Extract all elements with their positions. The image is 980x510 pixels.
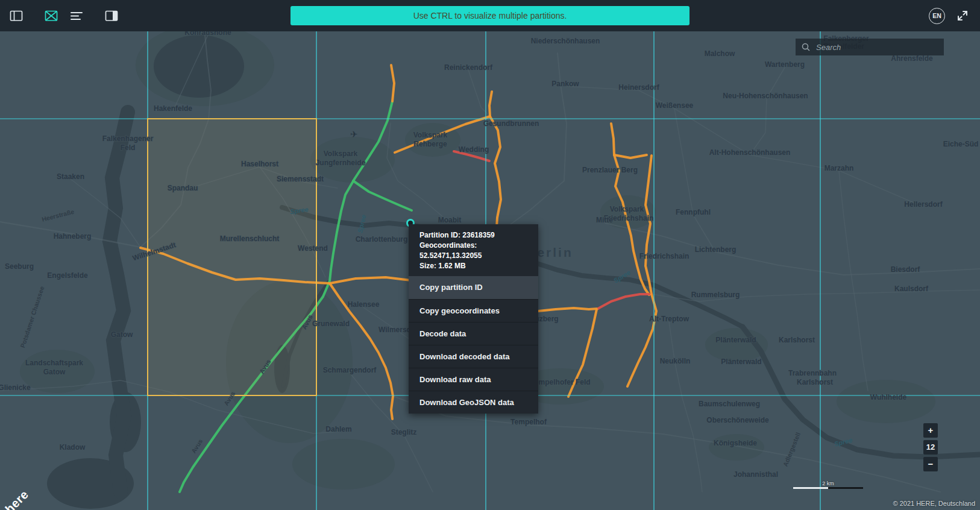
map-label: Pankow: [551, 80, 579, 88]
map-label: Landschaftspark: [25, 359, 83, 367]
scale-bar: 2 km: [793, 480, 863, 489]
map-label: Marzahn: [825, 164, 854, 172]
traffic-road: [645, 156, 652, 294]
menu-item[interactable]: Decode data: [409, 322, 538, 345]
traffic-road: [391, 65, 394, 101]
traffic-road: [627, 294, 656, 386]
map-label: Wuhlheide: [870, 393, 907, 401]
map-label: Tempelhofer Feld: [530, 378, 590, 386]
map-label: Dahlem: [325, 425, 351, 433]
park-area: [709, 434, 764, 461]
map-label: Prenzlauer Berg: [582, 166, 638, 174]
traffic-road: [598, 294, 652, 309]
map-label: Gatow: [43, 368, 66, 376]
menu-item[interactable]: Copy geocoordinates: [409, 299, 538, 322]
map-label: Volkspark: [324, 150, 358, 158]
menu-item[interactable]: Download decoded data: [409, 345, 538, 368]
map-label: Hellersdorf: [904, 200, 943, 209]
map-label: Neukölln: [660, 357, 691, 365]
partitions-icon: [45, 10, 58, 22]
street-line: [750, 68, 785, 155]
scale-label: 2 km: [822, 480, 834, 486]
fullscreen-button[interactable]: [956, 8, 969, 23]
notification-banner: Use CTRL to visualize multiple partition…: [291, 6, 689, 25]
search-input[interactable]: [815, 42, 938, 52]
fullscreen-icon: [956, 9, 969, 22]
park-area: [292, 439, 395, 490]
map-label: Hakenfelde: [154, 104, 192, 113]
scale-line: [793, 487, 863, 489]
panel-left-button[interactable]: [10, 8, 23, 23]
map-label: Seeburg: [5, 262, 34, 271]
map-label: Murellenschlucht: [220, 235, 280, 243]
partition-info: Partition ID: 23618359 Geocoordinates: 5…: [409, 224, 538, 276]
layers-list-button[interactable]: [70, 8, 83, 23]
map-label: Rummelsburg: [691, 291, 740, 299]
map-label: Halensee: [348, 300, 380, 309]
zoom-control: + 12 −: [923, 423, 938, 471]
map-label: Alt-Hohenschönhausen: [709, 148, 791, 157]
map-label: Moabit: [438, 216, 462, 224]
street-line: [669, 322, 702, 492]
map-attribution: © 2021 HERE, Deutschland: [893, 500, 975, 507]
map-label: Fennpfuhl: [676, 208, 711, 216]
map-label: Haselhorst: [241, 160, 278, 168]
street-line: [468, 70, 490, 116]
menu-item[interactable]: Download raw data: [409, 368, 538, 391]
map-label: Volkspark: [610, 205, 644, 213]
map-label: Heinersdorf: [618, 83, 659, 92]
map-label: Wartenberg: [765, 60, 805, 69]
map-label: Weißensee: [656, 101, 694, 110]
partition-context-menu: Partition ID: 23618359 Geocoordinates: 5…: [409, 224, 538, 414]
zoom-out-button[interactable]: −: [923, 457, 938, 471]
street-line: [605, 223, 980, 275]
map-label: Plänterwald: [721, 357, 761, 366]
traffic-road: [353, 181, 412, 210]
partition-id-line: Partition ID: 23618359: [419, 230, 527, 241]
context-menu-items: Copy partition IDCopy geocoordinatesDeco…: [409, 276, 538, 414]
panel-right-button[interactable]: [105, 8, 118, 23]
map-label: Hahneberg: [54, 232, 92, 241]
park-area: [837, 380, 935, 423]
traffic-road: [614, 155, 647, 158]
map-label: Charlottenburg: [356, 235, 408, 244]
map-label: Lichtenberg: [695, 245, 737, 254]
map-label: Falkenhagener: [102, 134, 154, 143]
airport-icon: ✈: [350, 129, 358, 140]
map-label: Jungfernheide: [316, 159, 366, 167]
map-label: Volkspark: [413, 131, 448, 139]
map-label: Engelsfelde: [47, 271, 88, 280]
map-label: Heerstraße: [41, 208, 75, 223]
map-label: Avus: [190, 438, 204, 455]
menu-item[interactable]: Download GeoJSON data: [409, 391, 538, 414]
list-icon: [70, 10, 83, 22]
panel-left-icon: [10, 10, 23, 22]
map-label: Ahrensfelde: [891, 54, 933, 63]
zoom-in-button[interactable]: +: [923, 423, 938, 438]
map-label: Westend: [298, 244, 328, 253]
map-label: Malchow: [705, 49, 735, 58]
search-box[interactable]: [796, 39, 944, 55]
language-button[interactable]: EN: [929, 8, 945, 24]
geocoordinates-value: 52.52471,13.32055: [419, 251, 527, 261]
map-label: Baumschulenweg: [699, 400, 760, 408]
map-label: Feld: [121, 143, 136, 152]
map-label: Biesdorf: [891, 265, 921, 274]
toolbar-right-group: EN: [929, 8, 969, 24]
map-label: Tempelhof: [510, 418, 547, 426]
map-label: Neu-Hohenschönhausen: [723, 92, 808, 100]
street-line: [839, 171, 868, 391]
map-label: Plänterwald: [715, 336, 756, 344]
map-label: Niederschönhausen: [531, 37, 600, 45]
map-label: Johannisthal: [733, 470, 778, 479]
map-label: Reinickendorf: [444, 63, 493, 72]
map-label: Glienicke: [0, 383, 31, 392]
partitions-button[interactable]: [45, 8, 58, 23]
map-label: Adlergestell: [781, 431, 802, 467]
selected-partition-highlight[interactable]: [148, 119, 316, 395]
map-label: Spandau: [168, 184, 198, 192]
menu-item[interactable]: Copy partition ID: [409, 276, 538, 299]
map-label: Steglitz: [391, 428, 417, 436]
partition-size-line: Size: 1.62 MB: [419, 261, 527, 271]
map-label: Karlshorst: [797, 378, 833, 386]
